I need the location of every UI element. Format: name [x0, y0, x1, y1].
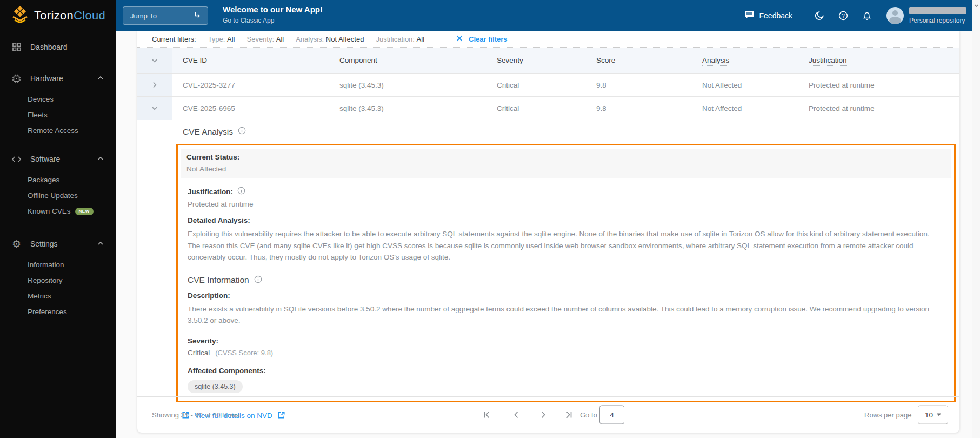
sidebar-item-packages[interactable]: Packages: [16, 172, 116, 188]
cell-score: 9.8: [585, 104, 691, 112]
scrollbar-up-arrow-icon[interactable]: [973, 2, 980, 11]
column-header-cve-id[interactable]: CVE ID: [172, 56, 329, 64]
column-header-component[interactable]: Component: [329, 56, 486, 64]
hardware-chip-icon: [11, 74, 22, 84]
table-row[interactable]: CVE-2025-6965 sqlite (3.45.3) Critical 9…: [137, 96, 959, 120]
sidebar-item-repository[interactable]: Repository: [16, 273, 116, 288]
justification-block: Justification: Protected at runtime: [188, 187, 951, 208]
detailed-analysis-label: Detailed Analysis:: [188, 216, 951, 224]
current-filters-bar: Current filters: Type: All Severity: All…: [137, 31, 959, 48]
go-to-page-input[interactable]: [599, 406, 624, 424]
affected-components-label: Affected Components:: [188, 367, 951, 375]
cell-severity: Critical: [486, 104, 585, 112]
page-scrollbar[interactable]: [972, 0, 980, 438]
affected-components-block: Affected Components: sqlite (3.45.3): [188, 367, 951, 393]
severity-block: Severity: Critical (CVSS Score: 9.8): [188, 337, 951, 357]
cell-analysis: Not Affected: [691, 81, 798, 89]
settings-submenu: Information Repository Metrics Preferenc…: [16, 257, 116, 320]
help-icon[interactable]: ?: [831, 10, 855, 21]
classic-app-link[interactable]: Go to Classic App: [223, 17, 323, 24]
column-header-justification[interactable]: Justification: [798, 56, 959, 64]
logo[interactable]: TorizonCloud: [0, 0, 116, 31]
sidebar-item-devices[interactable]: Devices: [16, 91, 116, 107]
torizon-logo-icon: [11, 6, 29, 25]
sidebar-item-information[interactable]: Information: [16, 257, 116, 273]
component-chip: sqlite (3.45.3): [188, 380, 243, 393]
filter-justification: Justification: All: [376, 35, 424, 43]
rows-per-page-select[interactable]: 10: [918, 406, 948, 424]
filter-analysis: Analysis: Not Affected: [296, 35, 364, 43]
column-header-severity[interactable]: Severity: [486, 56, 585, 64]
welcome-banner: Welcome to our New App! Go to Classic Ap…: [223, 5, 323, 24]
severity-value: Critical: [188, 349, 210, 357]
settings-gear-icon: ⚙: [11, 239, 22, 249]
feedback-button[interactable]: Feedback: [744, 9, 792, 22]
info-icon[interactable]: [254, 275, 262, 286]
info-icon[interactable]: [238, 127, 246, 137]
sidebar-item-hardware[interactable]: Hardware: [0, 68, 116, 89]
table-row[interactable]: CVE-2025-3277 sqlite (3.45.3) Critical 9…: [137, 73, 959, 96]
return-arrow-icon: [192, 10, 202, 22]
sidebar-item-software[interactable]: Software: [0, 148, 116, 170]
sidebar-item-remote-access[interactable]: Remote Access: [16, 123, 116, 138]
filter-type: Type: All: [208, 35, 235, 43]
account-repository-label: Personal repository: [909, 17, 966, 24]
current-filters-title: Current filters:: [152, 35, 196, 43]
sidebar-item-offline-updates[interactable]: Offline Updates: [16, 188, 116, 203]
sidebar-item-dashboard[interactable]: Dashboard: [0, 36, 116, 58]
chevron-up-icon: [96, 74, 105, 84]
last-page-button[interactable]: [563, 409, 575, 421]
current-status-value: Not Affected: [186, 165, 945, 173]
sidebar-item-preferences[interactable]: Preferences: [16, 304, 116, 320]
next-page-button[interactable]: [537, 409, 549, 421]
go-to-label: Go to: [580, 411, 597, 419]
cell-score: 9.8: [585, 81, 691, 89]
previous-page-button[interactable]: [510, 409, 522, 421]
sidebar-item-known-cves[interactable]: Known CVEs NEW: [16, 203, 116, 219]
avatar[interactable]: [886, 7, 904, 24]
cell-analysis: Not Affected: [691, 104, 798, 112]
jump-to-button[interactable]: Jump To: [123, 6, 208, 25]
expand-row-button[interactable]: [137, 74, 172, 96]
cve-analysis-heading: CVE Analysis: [183, 127, 956, 137]
description-label: Description:: [188, 291, 951, 300]
cell-cve-id: CVE-2025-3277: [172, 81, 329, 89]
info-icon[interactable]: [237, 187, 245, 196]
cve-information-heading: CVE Information: [188, 275, 951, 286]
rows-per-page-label: Rows per page: [864, 411, 911, 419]
chevron-up-icon: [96, 239, 105, 249]
expand-all-button[interactable]: [137, 48, 172, 73]
cvss-score: (CVSS Score: 9.8): [215, 349, 273, 357]
sidebar-item-settings[interactable]: ⚙ Settings: [0, 233, 116, 255]
cell-severity: Critical: [486, 81, 585, 89]
dark-mode-icon[interactable]: [808, 10, 831, 21]
description-text: There exists a vulnerability in SQLite v…: [188, 303, 951, 327]
column-header-analysis[interactable]: Analysis: [691, 56, 798, 64]
rows-summary: Showing 31 - 40 of 40 Rows: [152, 411, 240, 419]
first-page-button[interactable]: [481, 409, 493, 421]
clear-filters-button[interactable]: Clear filters: [456, 35, 508, 44]
top-bar: TorizonCloud Jump To Welcome to our New …: [0, 0, 980, 31]
cell-component: sqlite (3.45.3): [329, 104, 486, 112]
collapse-row-button[interactable]: [137, 97, 172, 120]
welcome-title: Welcome to our New App!: [223, 5, 323, 14]
cell-justification: Protected at runtime: [798, 104, 959, 112]
sidebar-nav: Dashboard Hardware Devices Fleets Remote…: [0, 31, 116, 438]
feedback-icon: [744, 9, 755, 22]
cve-table-card: Current filters: Type: All Severity: All…: [137, 31, 959, 433]
severity-label: Severity:: [188, 337, 951, 345]
cell-cve-id: CVE-2025-6965: [172, 104, 329, 112]
cve-detail-section: CVE Analysis Current Status: Not Affecte…: [137, 120, 959, 421]
chevron-up-icon: [96, 154, 105, 164]
column-header-score[interactable]: Score: [585, 56, 691, 64]
notifications-bell-icon[interactable]: [855, 10, 879, 21]
current-status-strip: Current Status: Not Affected: [181, 149, 951, 178]
chevron-down-icon: [150, 56, 159, 65]
select-caret-icon: [937, 414, 941, 416]
sidebar-item-metrics[interactable]: Metrics: [16, 288, 116, 304]
account-info[interactable]: Personal repository: [909, 7, 966, 24]
sidebar-item-fleets[interactable]: Fleets: [16, 107, 116, 123]
cve-analysis-panel: Current Status: Not Affected Justificati…: [176, 144, 956, 402]
filter-severity: Severity: All: [247, 35, 284, 43]
clear-x-icon: [456, 35, 463, 44]
